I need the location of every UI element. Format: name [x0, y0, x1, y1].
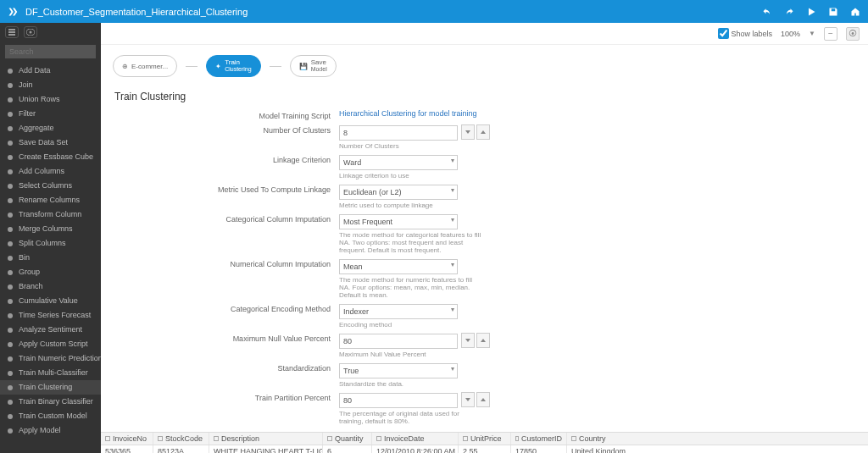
sidebar-item-union-rows[interactable]: Union Rows: [0, 92, 101, 107]
sidebar-item-join[interactable]: Join: [0, 78, 101, 92]
sidebar-item-transform-column[interactable]: Transform Column: [0, 207, 101, 222]
form-area: Model Training Script Hierarchical Clust…: [101, 109, 868, 432]
sidebar-search-input[interactable]: [5, 45, 96, 58]
section-title: Train Clustering: [101, 82, 868, 109]
column-header-invoicedate[interactable]: InvoiceDate: [372, 433, 459, 445]
zoom-caret-icon[interactable]: ▼: [809, 30, 815, 37]
model-script-link[interactable]: Hierarchical Clustering for model traini…: [339, 109, 477, 118]
sidebar-item-label: Analyze Sentiment: [19, 324, 82, 335]
sidebar-item-label: Branch: [19, 281, 43, 292]
sidebar-item-train-clustering[interactable]: Train Clustering: [0, 380, 101, 395]
svg-point-20: [8, 285, 13, 290]
column-header-label: InvoiceNo: [113, 434, 147, 443]
form-select-categorical-encoding-method[interactable]: Indexer: [339, 304, 458, 319]
svg-point-17: [8, 241, 13, 246]
svg-point-25: [8, 356, 13, 362]
sidebar-item-aggregate[interactable]: Aggregate: [0, 121, 101, 135]
column-header-quantity[interactable]: Quantity: [323, 433, 372, 445]
pipeline-step-train[interactable]: ✦ Train Clustering: [206, 55, 261, 77]
form-label: Standardization: [114, 362, 339, 373]
sidebar-item-label: Time Series Forecast: [19, 310, 91, 321]
sidebar-item-split-columns[interactable]: Split Columns: [0, 236, 101, 251]
column-header-label: InvoiceDate: [384, 434, 425, 443]
column-header-description[interactable]: Description: [209, 433, 323, 445]
sidebar-item-create-essbase-cube[interactable]: Create Essbase Cube: [0, 150, 101, 164]
undo-icon[interactable]: [761, 6, 773, 18]
sidebar-item-filter[interactable]: Filter: [0, 107, 101, 121]
column-type-icon: [571, 436, 576, 441]
column-header-customerid[interactable]: CustomerID: [511, 433, 567, 445]
form-select-categorical-column-imputation[interactable]: Most Frequent: [339, 214, 458, 229]
column-type-icon: [463, 436, 468, 441]
form-input-train-partition-percent[interactable]: [339, 393, 458, 408]
sidebar-item-time-series-forecast[interactable]: Time Series Forecast: [0, 308, 101, 323]
sidebar-item-label: Add Data: [19, 65, 51, 76]
form-select-linkage-criterion[interactable]: Ward: [339, 155, 458, 170]
sidebar-item-apply-model[interactable]: Apply Model: [0, 423, 101, 438]
sidebar-item-apply-custom-script[interactable]: Apply Custom Script: [0, 337, 101, 351]
form-label: Categorical Encoding Method: [114, 302, 339, 313]
form-select-numerical-column-imputation[interactable]: Mean: [339, 259, 458, 274]
view-mode-toggle-a[interactable]: [5, 26, 19, 38]
form-input-number-of-clusters[interactable]: [339, 125, 458, 141]
svg-point-24: [8, 342, 13, 347]
form-select-standardization[interactable]: True: [339, 363, 458, 378]
pipeline-bar: ⊕ E-commer... ✦ Train Clustering 💾 Save …: [101, 45, 868, 82]
sidebar-item-label: Train Numeric Prediction: [19, 353, 101, 364]
apply-icon: [6, 427, 14, 435]
spin-up-button[interactable]: [476, 333, 490, 348]
column-header-stockcode[interactable]: StockCode: [153, 433, 209, 445]
split-icon: [6, 240, 14, 248]
view-mode-toggle-b[interactable]: [24, 26, 37, 38]
svg-point-7: [8, 97, 13, 102]
sidebar-item-label: Union Rows: [19, 94, 60, 105]
sidebar-item-bin[interactable]: Bin: [0, 251, 101, 265]
form-select-metric-used-to-compute-linkage[interactable]: Euclidean (or L2): [339, 185, 458, 200]
sidebar-item-label: Select Columns: [19, 180, 72, 191]
form-label: Metric Used To Compute Linkage: [114, 183, 339, 194]
sidebar-item-branch[interactable]: Branch: [0, 279, 101, 294]
svg-point-11: [8, 155, 13, 160]
redo-icon[interactable]: [783, 6, 795, 18]
sidebar-item-rename-columns[interactable]: Rename Columns: [0, 193, 101, 207]
sidebar-item-add-columns[interactable]: Add Columns: [0, 164, 101, 179]
spin-up-button[interactable]: [476, 392, 490, 407]
sidebar-item-merge-columns[interactable]: Merge Columns: [0, 222, 101, 236]
run-icon[interactable]: [805, 6, 817, 18]
cell: 536365: [101, 445, 153, 453]
home-icon[interactable]: [849, 6, 861, 18]
sidebar-item-train-custom-model[interactable]: Train Custom Model: [0, 409, 101, 423]
bin-icon: [6, 254, 14, 262]
svg-point-27: [8, 385, 13, 390]
table-row[interactable]: 53636585123AWHITE HANGING HEART T-LIGHT …: [101, 445, 868, 453]
show-labels-checkbox[interactable]: [718, 28, 729, 39]
train-icon: [6, 412, 14, 421]
sidebar-item-train-binary-classifier[interactable]: Train Binary Classifier: [0, 395, 101, 409]
zoom-out-button[interactable]: −: [824, 27, 837, 41]
sidebar-item-group[interactable]: Group: [0, 265, 101, 279]
zoom-value[interactable]: 100%: [781, 30, 800, 38]
link-icon: [6, 81, 14, 90]
sidebar-item-train-multi-classifier[interactable]: Train Multi-Classifier: [0, 366, 101, 380]
sidebar-item-save-data-set[interactable]: Save Data Set: [0, 135, 101, 150]
sidebar-item-analyze-sentiment[interactable]: Analyze Sentiment: [0, 323, 101, 337]
breadcrumb-icon[interactable]: [7, 6, 19, 18]
spin-down-button[interactable]: [461, 333, 475, 348]
pipeline-step-source[interactable]: ⊕ E-commer...: [113, 55, 177, 77]
form-input-maximum-null-value-percent[interactable]: [339, 334, 458, 349]
spin-down-button[interactable]: [461, 392, 475, 407]
save-icon[interactable]: [827, 6, 839, 18]
sidebar-item-add-data[interactable]: Add Data: [0, 64, 101, 78]
sidebar-item-train-numeric-prediction[interactable]: Train Numeric Prediction: [0, 351, 101, 366]
column-header-invoiceno[interactable]: InvoiceNo: [101, 433, 153, 445]
sidebar-item-label: Merge Columns: [19, 224, 73, 235]
sidebar-item-cumulative-value[interactable]: Cumulative Value: [0, 294, 101, 308]
sidebar-item-select-columns[interactable]: Select Columns: [0, 179, 101, 193]
column-header-unitprice[interactable]: UnitPrice: [459, 433, 511, 445]
column-header-country[interactable]: Country: [567, 433, 868, 445]
pipeline-step-save[interactable]: 💾 Save Model: [290, 55, 337, 77]
show-labels-toggle[interactable]: Show labels: [718, 28, 773, 39]
zoom-reset-button[interactable]: ⦿: [846, 27, 860, 41]
spin-up-button[interactable]: [476, 124, 490, 140]
spin-down-button[interactable]: [461, 124, 475, 140]
